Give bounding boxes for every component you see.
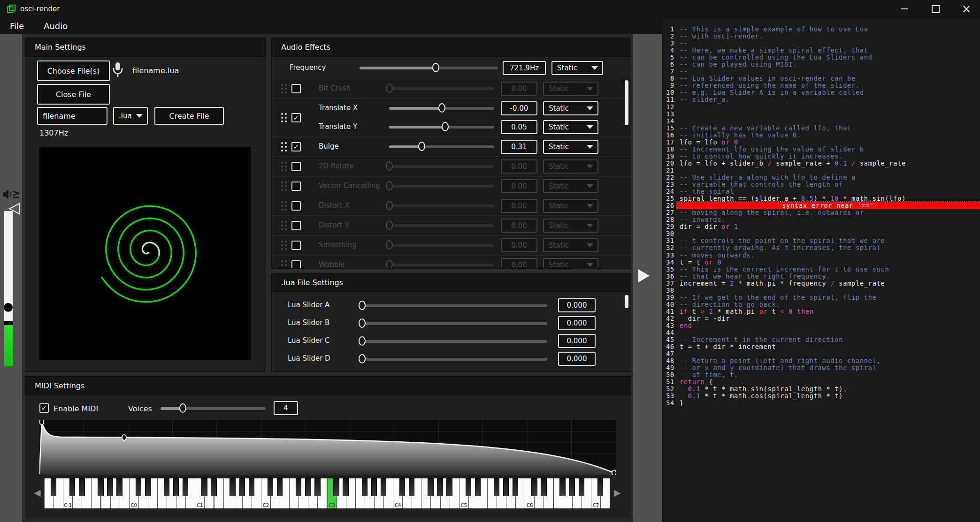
frequency-slider-thumb[interactable] xyxy=(432,63,439,72)
piano-key-black[interactable] xyxy=(381,478,386,496)
code-line[interactable]: 37increment = 2 * math.pi * frequency / … xyxy=(662,280,980,287)
maximize-button[interactable] xyxy=(928,2,942,16)
drag-handle-icon[interactable] xyxy=(281,113,287,122)
effect-value[interactable]: 0.00 xyxy=(501,159,537,174)
lua-slider-thumb[interactable] xyxy=(359,336,366,346)
code-line[interactable]: 38 xyxy=(662,287,980,294)
lua-slider[interactable] xyxy=(362,304,547,307)
piano-key-black[interactable] xyxy=(314,478,320,496)
close-button[interactable]: × xyxy=(959,2,973,16)
effect-checkbox[interactable]: ✓ xyxy=(291,142,301,151)
piano-key-black[interactable] xyxy=(98,478,103,496)
lua-slider[interactable] xyxy=(362,358,547,361)
code-line[interactable]: 36-- that we hear the right frequency. xyxy=(662,273,980,280)
piano-key-black[interactable] xyxy=(466,478,471,496)
code-line[interactable]: 53 0.1 * t * math.cos(spiral_length * t) xyxy=(662,393,980,400)
code-line[interactable]: 13 xyxy=(662,111,980,118)
piano-key-black[interactable] xyxy=(305,478,311,496)
effect-value[interactable]: 0.05 xyxy=(501,120,537,134)
code-line[interactable]: 1-- This is a simple example of how to u… xyxy=(662,26,980,33)
code-line[interactable]: 34t = t or 0 xyxy=(662,259,980,266)
effect-slider[interactable] xyxy=(389,145,494,148)
effect-mode-dropdown[interactable]: Static xyxy=(543,199,598,213)
code-line[interactable]: 17lfo = lfo or 0 xyxy=(662,139,980,146)
code-line[interactable]: 22-- Use slider_a along with lfo to defi… xyxy=(662,174,980,181)
code-line[interactable]: 16-- initially has the value 0. xyxy=(662,132,980,139)
effect-slider[interactable] xyxy=(389,264,494,266)
effect-checkbox[interactable] xyxy=(291,84,301,93)
effect-slider-thumb[interactable] xyxy=(386,181,393,190)
code-line[interactable]: 51return { xyxy=(662,378,980,386)
frequency-mode-dropdown[interactable]: Static xyxy=(551,61,603,75)
code-line[interactable]: 49-- or x and y coordinate) that draws t… xyxy=(662,364,980,371)
code-line[interactable]: 12 xyxy=(662,104,980,111)
piano-key-black[interactable] xyxy=(69,478,75,496)
code-line[interactable]: 21 xyxy=(662,167,980,174)
code-line[interactable]: 8-- Lua Slider values in osci-render can… xyxy=(662,75,980,82)
effect-mode-dropdown[interactable]: Static xyxy=(543,82,598,96)
lua-slider[interactable] xyxy=(362,322,547,325)
code-line[interactable]: 28-- inwards. xyxy=(662,216,980,223)
code-line[interactable]: 44 xyxy=(662,329,980,336)
piano-key-black[interactable] xyxy=(333,478,339,496)
effect-value[interactable]: 0.00 xyxy=(501,199,537,213)
piano-key-black[interactable] xyxy=(494,478,499,496)
code-line[interactable]: 46t = t + dir * increment xyxy=(662,343,980,350)
effect-slider-thumb[interactable] xyxy=(386,161,393,171)
midi-keyboard[interactable]: C-1C0C1C2C3C4C5C6C7 xyxy=(44,478,610,508)
code-line[interactable]: 9-- referenced using the name of the sli… xyxy=(662,82,980,89)
voices-slider[interactable] xyxy=(161,407,266,410)
effect-checkbox[interactable] xyxy=(291,182,301,191)
choose-files-button[interactable]: Choose File(s) xyxy=(37,61,110,81)
keyboard-scroll-left-icon[interactable]: ◀ xyxy=(34,487,41,498)
enable-midi-checkbox[interactable]: ✓ xyxy=(39,403,49,413)
code-line[interactable]: 20lfo = lfo + slider_b / sample_rate + 0… xyxy=(662,160,980,167)
piano-key-black[interactable] xyxy=(513,478,518,496)
lua-slider-thumb[interactable] xyxy=(359,318,366,328)
code-line[interactable]: 54} xyxy=(662,400,980,407)
effect-slider[interactable] xyxy=(389,244,494,247)
code-line[interactable]: 27-- moving along the spiral, i.e. outwa… xyxy=(662,209,980,216)
filename-input[interactable]: filename xyxy=(37,107,107,125)
code-line[interactable]: 50-- at time, t. xyxy=(662,371,980,378)
code-line[interactable]: 6-- can be played using MIDI. xyxy=(662,61,980,68)
piano-key-black[interactable] xyxy=(409,478,414,496)
effect-mode-dropdown[interactable]: Static xyxy=(543,258,598,269)
piano-key-black[interactable] xyxy=(475,478,481,496)
piano-key-black[interactable] xyxy=(437,478,443,496)
piano-key-black[interactable] xyxy=(559,478,565,496)
piano-key-black[interactable] xyxy=(116,478,122,496)
effect-mode-dropdown[interactable]: Static xyxy=(543,101,598,115)
effect-checkbox[interactable] xyxy=(291,241,301,250)
piano-key-black[interactable] xyxy=(428,478,433,496)
effect-slider-thumb[interactable] xyxy=(386,240,393,250)
piano-key-black[interactable] xyxy=(79,478,84,496)
keyboard-scroll-right-icon[interactable]: ▶ xyxy=(614,487,621,498)
effect-value[interactable]: -0.00 xyxy=(501,101,537,115)
drag-handle-icon[interactable] xyxy=(281,260,287,269)
piano-key-black[interactable] xyxy=(201,478,207,496)
lua-slider-thumb[interactable] xyxy=(359,301,366,310)
effect-value[interactable]: 0.00 xyxy=(501,179,537,193)
drag-handle-icon[interactable] xyxy=(281,182,287,191)
piano-key-black[interactable] xyxy=(239,478,245,496)
piano-key-black[interactable] xyxy=(230,478,235,496)
code-line[interactable]: 41if t > 2 * math.pi or t < 0 then xyxy=(662,308,980,315)
lua-slider-value[interactable]: 0.000 xyxy=(558,316,596,330)
extension-dropdown[interactable]: .lua xyxy=(113,107,148,125)
drag-handle-icon[interactable] xyxy=(281,142,287,151)
voices-slider-thumb[interactable] xyxy=(179,403,186,413)
code-line[interactable]: 30 xyxy=(662,230,980,237)
piano-key-black[interactable] xyxy=(569,478,574,496)
code-line[interactable]: 11-- slider_a. xyxy=(662,96,980,103)
code-line[interactable]: 31-- t controls the point on the spiral … xyxy=(662,237,980,244)
code-line[interactable]: 43end xyxy=(662,322,980,329)
effect-slider-thumb[interactable] xyxy=(386,220,393,230)
voices-value[interactable]: 4 xyxy=(274,401,298,415)
effect-slider[interactable] xyxy=(389,107,494,110)
piano-key-black[interactable] xyxy=(579,478,584,496)
play-triangle-icon[interactable] xyxy=(638,269,650,282)
effect-mode-dropdown[interactable]: Static xyxy=(543,219,598,233)
piano-key-black[interactable] xyxy=(136,478,141,496)
piano-key-black[interactable] xyxy=(503,478,509,496)
